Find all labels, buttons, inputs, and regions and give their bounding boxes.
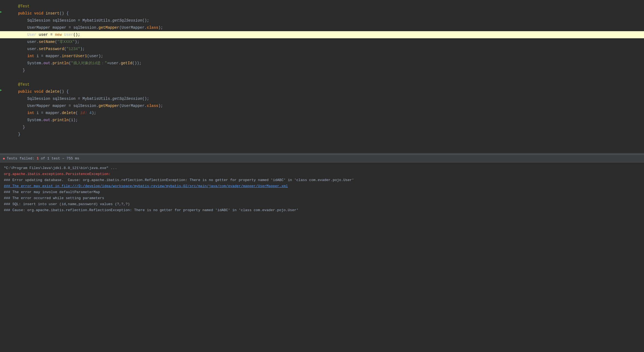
token-italic: getSqlSession — [112, 18, 142, 23]
token-kw: new — [55, 33, 62, 37]
run-gutter-icon[interactable]: ▶ — [0, 10, 2, 14]
token-class-name: User — [64, 33, 73, 37]
token-method: println — [53, 61, 69, 65]
output-line: ### The error occurred while setting par… — [4, 195, 640, 201]
code-line: SqlSession sqlSession = MybatisUtils.get… — [0, 95, 644, 102]
token-indent2 — [18, 118, 27, 122]
token-class-name: MybatisUtils — [82, 18, 110, 23]
token-class-name: UserMapper — [122, 25, 145, 30]
token-plain: ); — [92, 111, 96, 115]
token-string: "插入对象的id是：" — [71, 61, 107, 65]
token-plain: user. — [27, 40, 39, 44]
token-kw: class — [147, 104, 158, 108]
token-kw: void — [34, 11, 44, 16]
token-indent1 — [18, 125, 23, 129]
token-indent2 — [18, 40, 27, 44]
token-kw: class — [147, 25, 158, 30]
token-kw: void — [34, 89, 44, 94]
token-indent2 — [18, 18, 27, 23]
token-class-name: UserMapper — [27, 104, 50, 108]
line-text — [15, 74, 644, 81]
token-plain: user. — [27, 47, 39, 51]
token-param-label: id: — [78, 111, 87, 115]
code-line: } — [0, 124, 644, 131]
line-text: UserMapper mapper = sqlSession.getMapper… — [15, 24, 644, 31]
token-annotation: @Test — [18, 82, 30, 87]
token-plain: sqlSession = — [50, 97, 83, 101]
token-class-name: UserMapper — [27, 25, 50, 30]
token-plain: mapper = sqlSession. — [50, 104, 99, 108]
output-line: ### The error may involve defaultParamet… — [4, 189, 640, 195]
code-line: } — [0, 67, 644, 74]
token-method: getMapper — [99, 25, 119, 30]
token-plain — [32, 11, 34, 16]
line-text: System.out.println(i); — [15, 117, 644, 124]
token-plain — [43, 11, 45, 16]
line-text: @Test — [15, 81, 644, 88]
code-line: UserMapper mapper = sqlSession.getMapper… — [0, 24, 644, 31]
output-line: ### SQL: insert into user (id,name,passw… — [4, 201, 640, 207]
code-line: UserMapper mapper = sqlSession.getMapper… — [0, 102, 644, 109]
token-class-name: User — [27, 33, 37, 37]
token-plain: user = — [36, 33, 55, 37]
token-class-name: UserMapper — [122, 104, 145, 108]
token-method: delete — [62, 111, 76, 115]
token-method: getId — [121, 61, 132, 65]
code-line: int i = mapper.insertUser1(user); — [0, 53, 644, 60]
line-text: int i = mapper.delete( id: 4); — [15, 109, 644, 117]
token-method: setName — [39, 40, 55, 44]
token-plain: () { — [59, 89, 69, 94]
token-static-field: out — [43, 118, 50, 122]
error-icon: ● — [3, 156, 5, 161]
test-status-bar: ● Tests failed: 1 of 1 test – 755 ms — [0, 155, 644, 162]
code-editor-panel: @Test▶public void insert() { SqlSession … — [0, 0, 644, 153]
token-method: delete — [46, 89, 59, 94]
code-line: SqlSession sqlSession = MybatisUtils.get… — [0, 17, 644, 24]
token-plain: (); — [142, 97, 149, 101]
token-italic: getSqlSession — [112, 97, 142, 101]
status-prefix: Tests failed: — [7, 156, 36, 161]
token-kw: int — [27, 54, 34, 58]
token-method: getMapper — [99, 104, 119, 108]
token-string: "1234" — [66, 47, 80, 51]
line-text: SqlSession sqlSession = MybatisUtils.get… — [15, 95, 644, 102]
output-line: ### Cause: org.apache.ibatis.reflection.… — [4, 207, 640, 213]
token-class-name: System — [27, 61, 41, 65]
token-class-name: MybatisUtils — [82, 97, 110, 101]
line-text: public void delete() { — [15, 88, 644, 95]
token-plain: } — [18, 132, 20, 136]
code-line: user.setName("零XXXX"); — [0, 38, 644, 45]
token-class-name: System — [27, 118, 41, 122]
output-area: "C:\Program Files\Java\jdk1.8.0_121\bin\… — [0, 162, 644, 352]
token-indent2 — [18, 54, 27, 58]
token-plain: ); — [80, 47, 85, 51]
run-gutter-icon[interactable]: ▶ — [0, 88, 2, 92]
code-line: ▶public void insert() { — [0, 10, 644, 17]
token-string: "零XXXX" — [57, 40, 75, 44]
line-text: user.setPassword("1234"); — [15, 45, 644, 53]
code-line: ▶public void delete() { — [0, 88, 644, 95]
token-plain: i = mapper. — [34, 111, 62, 115]
line-text: } — [15, 124, 644, 131]
token-kw: public — [18, 11, 32, 16]
token-plain: i = mapper. — [34, 54, 62, 58]
token-plain: ( — [119, 104, 122, 108]
token-plain: ()); — [132, 61, 141, 65]
token-plain: } — [23, 125, 25, 129]
code-line: System.out.println("插入对象的id是："+user.getI… — [0, 60, 644, 67]
token-plain: sqlSession = — [50, 18, 83, 23]
code-line: user.setPassword("1234"); — [0, 45, 644, 53]
token-plain — [62, 33, 64, 37]
token-kw: public — [18, 89, 32, 94]
code-line: @Test — [0, 81, 644, 88]
output-line[interactable]: ### The error may exist in file:///D:/de… — [4, 183, 640, 189]
token-method: setPassword — [39, 47, 64, 51]
line-gutter: ▶ — [0, 10, 15, 14]
token-plain: (user); — [87, 54, 103, 58]
token-static-field: out — [43, 61, 50, 65]
token-annotation: @Test — [18, 4, 30, 8]
token-plain — [32, 89, 34, 94]
line-text: System.out.println("插入对象的id是："+user.getI… — [15, 60, 644, 67]
code-line — [0, 74, 644, 81]
token-plain: . — [50, 61, 53, 65]
